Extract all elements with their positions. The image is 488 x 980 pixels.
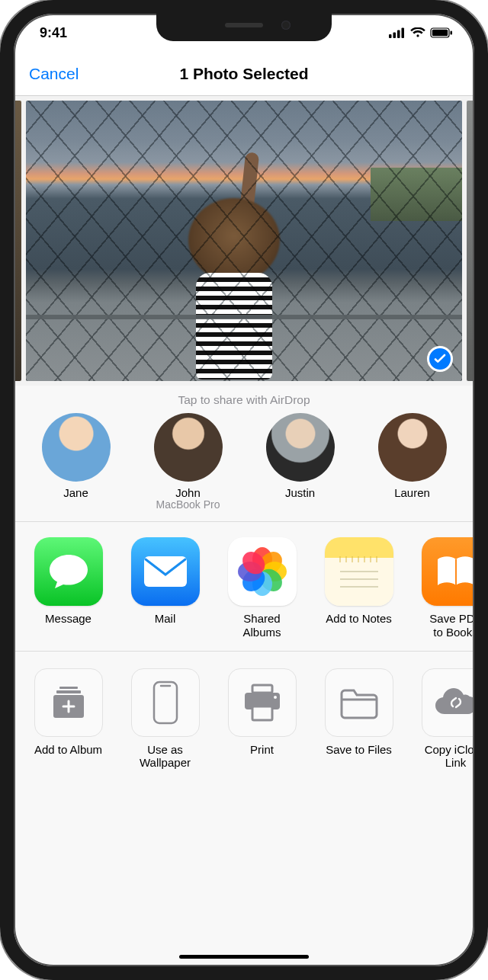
- svg-rect-21: [59, 687, 78, 689]
- mail-icon: [131, 537, 200, 606]
- app-label: Add to Notes: [326, 612, 392, 625]
- svg-point-29: [274, 696, 277, 699]
- svg-rect-24: [154, 682, 177, 723]
- svg-rect-2: [397, 30, 400, 39]
- app-label: Shared Albums: [242, 612, 281, 639]
- photos-icon: [228, 537, 297, 606]
- share-apps-row[interactable]: Message Mail Shared Album: [14, 522, 474, 652]
- action-label: Add to Album: [34, 743, 102, 756]
- cancel-button[interactable]: Cancel: [14, 65, 79, 83]
- home-indicator[interactable]: [179, 955, 309, 959]
- airdrop-contact-justin[interactable]: Justin: [244, 413, 356, 511]
- books-icon: [422, 537, 475, 606]
- airdrop-contacts-row: Jane John MacBook Pro Justin Lauren: [14, 413, 474, 522]
- action-label: Save to Files: [326, 743, 392, 756]
- airdrop-contact-jane[interactable]: Jane: [20, 413, 132, 511]
- message-icon: [34, 537, 103, 606]
- share-app-shared-albums[interactable]: Shared Albums: [214, 537, 310, 639]
- nav-bar: Cancel 1 Photo Selected: [14, 52, 474, 96]
- share-actions-row[interactable]: Add to Album Use as Wallpaper Print Save…: [14, 652, 474, 800]
- wallpaper-icon: [131, 668, 200, 737]
- share-app-notes[interactable]: Add to Notes: [310, 537, 407, 639]
- action-save-to-files[interactable]: Save to Files: [310, 668, 407, 770]
- action-label: Print: [250, 743, 274, 756]
- avatar: [266, 413, 335, 482]
- svg-rect-3: [402, 28, 405, 39]
- battery-icon: [430, 27, 453, 38]
- files-icon: [325, 668, 393, 737]
- photo-carousel[interactable]: [14, 96, 474, 386]
- airdrop-prompt: Tap to share with AirDrop: [14, 386, 474, 413]
- contact-name: Justin: [285, 486, 315, 499]
- action-use-as-wallpaper[interactable]: Use as Wallpaper: [117, 668, 214, 770]
- contact-name: Jane: [63, 486, 88, 499]
- contact-device: MacBook Pro: [156, 499, 220, 511]
- avatar: [378, 413, 447, 482]
- action-print[interactable]: Print: [214, 668, 310, 770]
- action-copy-icloud-link[interactable]: Copy iCloud Link: [407, 668, 474, 770]
- selected-photo[interactable]: [26, 101, 462, 381]
- action-add-to-album[interactable]: Add to Album: [20, 668, 117, 770]
- svg-rect-20: [56, 690, 81, 693]
- app-label: Mail: [155, 612, 176, 625]
- svg-rect-6: [451, 31, 453, 35]
- share-app-message[interactable]: Message: [20, 537, 117, 639]
- contact-name: John: [175, 486, 201, 499]
- icloud-link-icon: [422, 668, 475, 737]
- action-label: Copy iCloud Link: [425, 743, 474, 770]
- add-to-album-icon: [34, 668, 103, 737]
- svg-rect-0: [389, 34, 392, 38]
- avatar: [154, 413, 223, 482]
- svg-rect-28: [252, 706, 272, 720]
- wifi-icon: [410, 27, 425, 38]
- cellular-icon: [389, 27, 406, 38]
- airdrop-contact-lauren[interactable]: Lauren: [356, 413, 468, 511]
- contact-name: Lauren: [394, 486, 430, 499]
- svg-rect-7: [144, 556, 187, 587]
- svg-rect-26: [252, 685, 272, 693]
- prev-photo-peek[interactable]: [14, 101, 21, 381]
- status-indicators: [389, 27, 453, 38]
- page-title: 1 Photo Selected: [14, 65, 474, 83]
- action-label: Use as Wallpaper: [140, 743, 191, 770]
- airdrop-contact-john[interactable]: John MacBook Pro: [132, 413, 244, 511]
- notes-icon: [325, 537, 393, 606]
- status-time: 9:41: [40, 25, 67, 41]
- print-icon: [228, 668, 297, 737]
- selected-check-icon: [427, 346, 453, 372]
- app-label: Message: [45, 612, 92, 625]
- avatar: [42, 413, 111, 482]
- svg-rect-1: [393, 33, 396, 39]
- svg-rect-5: [432, 30, 448, 36]
- app-label: Save PDF to Books: [429, 612, 474, 639]
- next-photo-peek[interactable]: [467, 101, 474, 381]
- share-app-mail[interactable]: Mail: [117, 537, 214, 639]
- share-app-books[interactable]: Save PDF to Books: [407, 537, 474, 639]
